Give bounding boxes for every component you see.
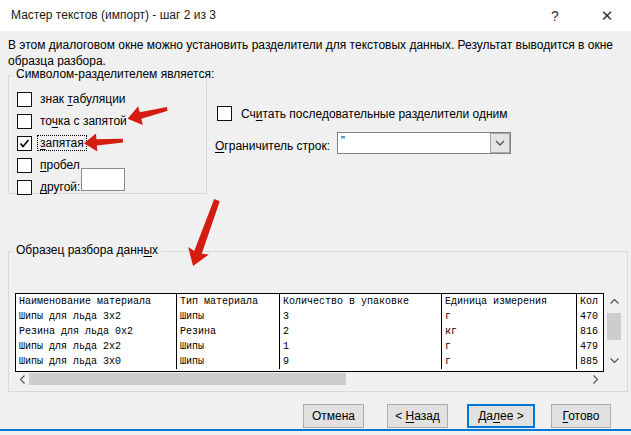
table-cell: 816 — [577, 324, 603, 339]
checkbox-row-consecutive[interactable]: Считать последовательные разделители одн… — [217, 106, 510, 121]
table-header-cell: Наименование материала — [16, 294, 177, 309]
scroll-left-icon[interactable] — [16, 372, 28, 386]
text-import-wizard-dialog: Мастер текстов (импорт) - шаг 2 из 3 ? ✕… — [0, 0, 631, 435]
chevron-down-icon — [495, 140, 505, 146]
checkbox-label-tab: знак табуляции — [38, 92, 128, 106]
window-accent-border — [0, 429, 631, 431]
table-cell: 885 — [577, 354, 603, 369]
table-cell: г — [442, 309, 577, 324]
preview-vertical-scrollbar[interactable] — [606, 293, 622, 370]
checkbox-space[interactable] — [17, 158, 32, 173]
checkbox-row-space[interactable]: пробел — [17, 157, 82, 173]
table-row: Шипы для льда 2x2 Шипы 1 г 479 — [16, 339, 603, 354]
table-cell: кг — [442, 324, 577, 339]
next-button[interactable]: Далее > — [467, 404, 535, 428]
other-delimiter-input[interactable] — [81, 168, 125, 191]
table-cell: Шипы для льда 3x2 — [16, 309, 177, 324]
table-cell: Шипы — [177, 339, 280, 354]
data-preview-groupbox: Образец разбора данных Наименование мате… — [8, 251, 628, 392]
delimiters-group-title: Символом-разделителем является: — [13, 67, 217, 81]
checkbox-row-semicolon[interactable]: точка с запятой — [17, 113, 129, 129]
checkbox-consecutive[interactable] — [217, 106, 232, 121]
table-header-cell: Кол — [577, 294, 603, 309]
table-header-cell: Единица измерения — [442, 294, 577, 309]
dialog-description: В этом диалоговом окне можно установить … — [8, 37, 620, 69]
checkbox-row-other[interactable]: другой: — [17, 179, 82, 195]
table-cell: Шипы — [177, 354, 280, 369]
table-cell: 1 — [280, 339, 442, 354]
table-cell: 3 — [280, 309, 442, 324]
table-header-cell: Количество в упаковке — [280, 294, 442, 309]
annotation-arrow-comma — [81, 131, 124, 154]
checkbox-comma[interactable] — [17, 136, 32, 151]
table-cell: 9 — [280, 354, 442, 369]
close-icon[interactable]: ✕ — [592, 4, 622, 28]
table-row: Шипы для льда 3x2 Шипы 3 г 470 — [16, 309, 603, 324]
table-cell: 470 — [577, 309, 603, 324]
text-qualifier-label: Ограничитель строк: — [215, 139, 330, 153]
scroll-down-icon[interactable] — [606, 354, 622, 366]
checkbox-row-tab[interactable]: знак табуляции — [17, 91, 128, 107]
description-line-1: В этом диалоговом окне можно установить … — [8, 37, 620, 53]
checkbox-other[interactable] — [17, 180, 32, 195]
table-cell: Резина для льда 0x2 — [16, 324, 177, 339]
data-preview-group-title: Образец разбора данных — [13, 243, 161, 257]
table-row: Шипы для льда 3x0 Шипы 9 г 885 — [16, 354, 603, 369]
checkbox-row-comma[interactable]: запятая — [17, 135, 86, 151]
scroll-up-icon[interactable] — [606, 295, 622, 307]
titlebar: Мастер текстов (импорт) - шаг 2 из 3 ? ✕ — [0, 0, 631, 31]
table-cell: Шипы для льда 3x0 — [16, 354, 177, 369]
text-qualifier-value: " — [338, 133, 490, 153]
table-header-row: Наименование материала Тип материала Кол… — [16, 294, 603, 309]
table-cell: Шипы — [177, 309, 280, 324]
preview-horizontal-scrollbar[interactable] — [15, 372, 602, 386]
help-icon[interactable]: ? — [540, 4, 570, 28]
table-cell: 479 — [577, 339, 603, 354]
checkbox-label-semicolon: точка с запятой — [38, 114, 129, 128]
finish-button[interactable]: Готово — [551, 404, 611, 428]
table-row: Резина для льда 0x2 Резина 2 кг 816 — [16, 324, 603, 339]
checkbox-label-consecutive: Считать последовательные разделители одн… — [239, 107, 510, 121]
table-cell: Шипы для льда 2x2 — [16, 339, 177, 354]
window-title: Мастер текстов (импорт) - шаг 2 из 3 — [11, 8, 216, 22]
checkbox-label-space: пробел — [38, 158, 82, 172]
table-cell: 2 — [280, 324, 442, 339]
check-icon — [18, 137, 31, 150]
horizontal-scrollbar-thumb[interactable] — [29, 373, 346, 385]
cancel-button[interactable]: Отмена — [303, 404, 364, 428]
data-preview-table: Наименование материала Тип материала Кол… — [15, 293, 604, 372]
table-cell: г — [442, 339, 577, 354]
table-header-cell: Тип материала — [177, 294, 280, 309]
checkbox-semicolon[interactable] — [17, 114, 32, 129]
scroll-right-icon[interactable] — [589, 372, 601, 386]
text-qualifier-combobox[interactable]: " — [337, 132, 511, 154]
table-cell: г — [442, 354, 577, 369]
checkbox-tab[interactable] — [17, 92, 32, 107]
checkbox-label-other: другой: — [38, 180, 82, 194]
combobox-dropdown-button[interactable] — [490, 133, 510, 153]
vertical-scrollbar-thumb[interactable] — [607, 313, 621, 340]
checkbox-label-comma: запятая — [38, 136, 86, 150]
table-cell: Резина — [177, 324, 280, 339]
back-button[interactable]: < Назад — [387, 404, 448, 428]
